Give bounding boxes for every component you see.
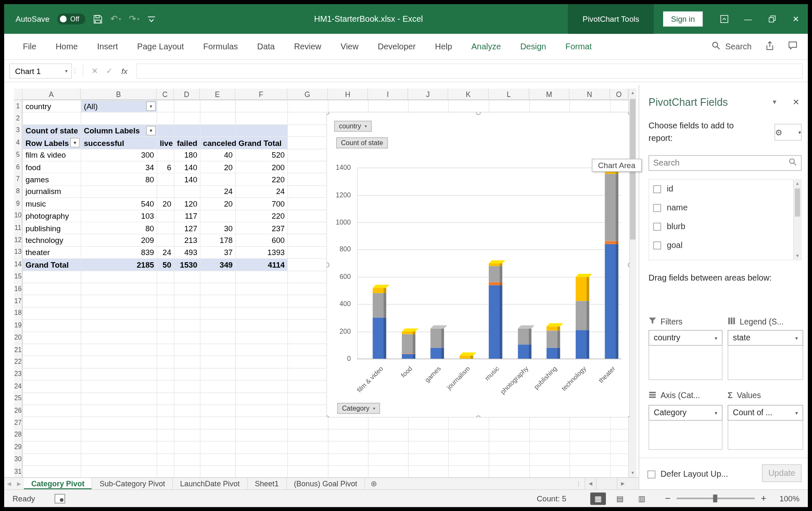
sheet-tab-bonus-goal-pivot[interactable]: (Bonus) Goal Pivot — [286, 478, 365, 489]
defer-layout-toggle[interactable]: Defer Layout Up... — [648, 470, 728, 479]
column-header-I[interactable]: I — [368, 89, 408, 100]
comments-icon[interactable] — [788, 41, 797, 52]
cancel-entry-icon[interactable]: ✕ — [87, 66, 102, 75]
close-button[interactable]: ✕ — [784, 4, 808, 34]
field-item-goal[interactable]: goal — [649, 236, 801, 255]
row-header-25[interactable]: 25 — [14, 392, 23, 405]
column-header-C[interactable]: C — [157, 89, 174, 100]
insert-function-icon[interactable]: fx — [117, 66, 132, 75]
column-header-D[interactable]: D — [174, 89, 200, 100]
scroll-right-icon[interactable]: ▶ — [617, 478, 628, 489]
ribbon-tab-review[interactable]: Review — [294, 42, 321, 51]
row-header-15[interactable]: 15 — [14, 271, 23, 283]
pane-tools-button[interactable]: ⚙ ▾ — [774, 124, 802, 141]
sheet-tab-sub-category-pivot[interactable]: Sub-Category Pivot — [92, 478, 173, 489]
ribbon-search[interactable]: Search — [712, 41, 751, 52]
normal-view-icon[interactable]: ▦ — [590, 492, 606, 505]
column-header-A[interactable]: A — [23, 89, 81, 100]
formula-bar-drag-handle[interactable]: ⋮ — [72, 67, 79, 74]
row-header-9[interactable]: 9 — [14, 197, 23, 210]
row-header-28[interactable]: 28 — [14, 429, 23, 442]
scroll-down-icon[interactable]: ▼ — [629, 468, 637, 477]
column-header-H[interactable]: H — [328, 89, 368, 100]
customize-quick-access-toolbar-icon[interactable] — [147, 15, 156, 23]
chart-filter-field-button[interactable]: country▾ — [334, 121, 371, 132]
legend-well[interactable]: state▾ — [728, 330, 803, 380]
field-list-scrollbar-thumb[interactable] — [795, 189, 800, 217]
chart-bar-games[interactable] — [431, 329, 444, 359]
axis-item-category[interactable]: Category▾ — [649, 405, 723, 421]
scroll-left-icon[interactable]: ◀ — [585, 478, 596, 489]
row-header-13[interactable]: 13 — [14, 246, 23, 259]
ribbon-tab-home[interactable]: Home — [56, 42, 78, 51]
ribbon-tab-analyze[interactable]: Analyze — [471, 42, 501, 51]
column-header-F[interactable]: F — [235, 89, 287, 100]
confirm-entry-icon[interactable]: ✓ — [102, 66, 117, 75]
update-button[interactable]: Update — [762, 464, 802, 482]
ribbon-tab-format[interactable]: Format — [565, 42, 592, 51]
pivot-chart[interactable]: 0200400600800100012001400film & videofoo… — [327, 112, 630, 418]
filter-caret-down-icon[interactable]: ▾ — [70, 138, 79, 147]
ribbon-tab-help[interactable]: Help — [435, 42, 452, 51]
name-box[interactable]: Chart 1 ▾ — [9, 63, 71, 78]
share-icon[interactable] — [765, 41, 774, 52]
row-header-19[interactable]: 19 — [14, 319, 23, 332]
row-header-31[interactable]: 31 — [14, 465, 23, 478]
axis-well[interactable]: Category▾ — [649, 405, 723, 450]
restore-button[interactable] — [760, 4, 784, 34]
pane-close-icon[interactable]: ✕ — [792, 97, 799, 107]
chart-selection-handle[interactable] — [327, 112, 329, 115]
field-item-id[interactable]: id — [649, 179, 801, 198]
legend-item-state[interactable]: state▾ — [728, 330, 803, 345]
row-header-6[interactable]: 6 — [14, 161, 23, 174]
ribbon-tab-view[interactable]: View — [341, 42, 359, 51]
save-icon[interactable] — [93, 14, 102, 23]
column-header-K[interactable]: K — [448, 89, 489, 100]
page-break-preview-icon[interactable]: ▥ — [634, 492, 649, 505]
sheet-nav-left-icon[interactable]: ◀ — [4, 478, 14, 489]
column-header-N[interactable]: N — [569, 89, 610, 100]
chart-bar-journalism[interactable] — [460, 355, 473, 359]
row-header-17[interactable]: 17 — [14, 295, 23, 307]
values-well[interactable]: Count of ...▾ — [728, 405, 803, 450]
field-item-blurb[interactable]: blurb — [649, 217, 801, 236]
row-header-22[interactable]: 22 — [14, 356, 23, 368]
filter-caret-down-icon[interactable]: ▾ — [146, 102, 156, 111]
row-header-3[interactable]: 3 — [14, 124, 23, 137]
chart-bar-technology[interactable] — [576, 277, 589, 359]
column-header-O[interactable]: O — [610, 89, 628, 100]
chart-bar-publishing[interactable] — [546, 326, 560, 358]
undo-icon[interactable]: ↶▾ — [110, 15, 121, 23]
zoom-slider-thumb[interactable] — [713, 495, 717, 503]
minimize-button[interactable]: — — [736, 4, 760, 34]
chart-selection-handle[interactable] — [628, 416, 630, 417]
new-sheet-icon[interactable]: ⊕ — [365, 478, 383, 489]
row-header-18[interactable]: 18 — [14, 307, 23, 319]
sheet-tab-category-pivot[interactable]: Category Pivot — [24, 478, 92, 489]
autosave-toggle[interactable]: Off — [57, 13, 85, 24]
redo-icon[interactable]: ↷▾ — [129, 15, 139, 23]
ribbon-tab-page-layout[interactable]: Page Layout — [137, 42, 184, 51]
ribbon-display-options-icon[interactable] — [712, 4, 736, 34]
fields-search-input[interactable] — [653, 158, 789, 167]
chart-bar-photography[interactable] — [518, 329, 531, 359]
ribbon-tab-file[interactable]: File — [23, 42, 36, 51]
chart-selection-handle[interactable] — [476, 416, 480, 417]
column-header-M[interactable]: M — [529, 89, 569, 100]
ribbon-tab-design[interactable]: Design — [520, 42, 546, 51]
tab-splitter-handle[interactable]: ⋮ — [572, 478, 585, 489]
chart-bar-theater[interactable] — [605, 169, 618, 358]
row-header-1[interactable]: 1 — [14, 100, 23, 112]
field-checkbox-goal[interactable] — [653, 241, 661, 249]
row-header-4[interactable]: 4 — [14, 136, 23, 149]
row-header-10[interactable]: 10 — [14, 210, 23, 222]
fields-search-box[interactable] — [649, 155, 802, 171]
zoom-out-icon[interactable]: − — [664, 493, 671, 504]
defer-layout-checkbox[interactable] — [648, 470, 656, 478]
row-header-20[interactable]: 20 — [14, 331, 23, 344]
row-header-21[interactable]: 21 — [14, 344, 23, 356]
chart-selection-handle[interactable] — [628, 263, 630, 267]
column-header-E[interactable]: E — [200, 89, 235, 100]
row-header-11[interactable]: 11 — [14, 222, 23, 234]
zoom-slider-track[interactable] — [677, 498, 755, 499]
